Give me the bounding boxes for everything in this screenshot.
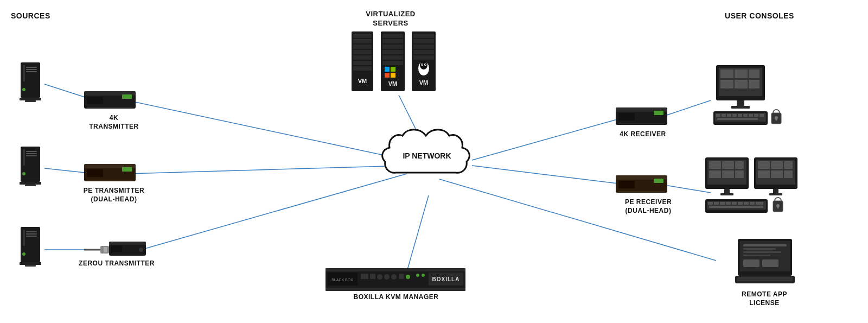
svg-rect-164 (743, 248, 776, 250)
svg-rect-120 (754, 114, 758, 117)
svg-rect-181 (399, 274, 404, 279)
console-monitor-1 (711, 65, 792, 138)
svg-rect-109 (737, 100, 744, 106)
svg-text:VM: VM (358, 78, 367, 84)
svg-rect-73 (391, 67, 395, 72)
svg-rect-98 (618, 181, 635, 188)
svg-rect-107 (735, 80, 748, 88)
svg-rect-173 (326, 288, 465, 291)
source-computer-1 (16, 62, 44, 108)
svg-rect-128 (709, 161, 721, 169)
svg-rect-110 (731, 106, 750, 109)
svg-rect-49 (104, 247, 107, 252)
ip-network-cloud: IP NETWORK (380, 125, 475, 211)
svg-rect-24 (26, 151, 37, 152)
svg-rect-20 (20, 98, 41, 100)
svg-rect-154 (744, 202, 749, 205)
virtualized-servers-label: VIRTUALIZED SERVERS (347, 10, 434, 28)
boxilla-kvm: BLACK BOX BOXILLA (326, 268, 467, 293)
svg-rect-74 (385, 73, 390, 78)
svg-rect-70 (382, 55, 403, 60)
svg-rect-168 (762, 259, 778, 267)
svg-rect-152 (732, 202, 737, 205)
svg-rect-94 (654, 111, 663, 115)
svg-line-8 (472, 166, 627, 185)
svg-rect-151 (726, 202, 731, 205)
svg-point-182 (406, 275, 410, 279)
svg-rect-66 (382, 34, 403, 38)
svg-rect-160 (777, 206, 779, 208)
svg-rect-153 (738, 202, 743, 205)
svg-rect-125 (776, 118, 777, 121)
transmitter-pe (84, 164, 138, 187)
server-rack-1: VM (349, 31, 376, 96)
svg-rect-58 (353, 50, 372, 54)
transmitter-pe-label: PE TRANSMITTER (DUAL-HEAD) (79, 187, 149, 204)
svg-rect-148 (708, 202, 713, 205)
svg-rect-167 (743, 259, 760, 267)
svg-rect-72 (385, 67, 390, 72)
svg-rect-165 (743, 251, 781, 253)
source-computer-3 (16, 227, 44, 273)
remote-app-label: REMOTE APP LICENSE (732, 290, 797, 307)
svg-point-52 (139, 248, 143, 252)
svg-rect-41 (122, 94, 132, 99)
svg-text:VM: VM (388, 80, 398, 87)
svg-point-84 (420, 61, 427, 69)
svg-rect-114 (722, 114, 726, 117)
svg-rect-82 (413, 55, 434, 60)
svg-rect-117 (738, 114, 742, 117)
svg-point-179 (384, 274, 390, 280)
svg-rect-166 (743, 255, 770, 256)
svg-rect-170 (737, 277, 793, 281)
transmitter-4k-label: 4K TRANSMITTER (84, 114, 144, 131)
svg-text:IP NETWORK: IP NETWORK (403, 151, 451, 160)
svg-rect-93 (618, 113, 635, 121)
svg-rect-132 (722, 170, 734, 178)
svg-text:VM: VM (419, 79, 429, 86)
receiver-4k-label: 4K RECEIVER (616, 130, 670, 139)
svg-rect-140 (784, 161, 793, 169)
svg-rect-106 (720, 80, 733, 88)
svg-rect-71 (382, 61, 403, 65)
sources-label: SOURCES (11, 11, 50, 21)
svg-rect-145 (769, 193, 782, 195)
svg-rect-33 (26, 233, 37, 235)
svg-rect-113 (716, 114, 720, 117)
remote-app-laptop (735, 239, 795, 290)
console-monitor-2 (703, 157, 811, 230)
transmitter-4k (84, 91, 138, 114)
svg-line-1 (127, 100, 407, 160)
svg-rect-37 (25, 265, 36, 267)
svg-rect-36 (20, 262, 41, 265)
svg-rect-75 (391, 73, 395, 78)
svg-rect-34 (26, 236, 37, 237)
svg-rect-21 (25, 100, 36, 102)
svg-rect-59 (353, 55, 372, 60)
diagram: SOURCES (0, 0, 868, 323)
svg-rect-177 (370, 274, 375, 279)
svg-rect-149 (714, 202, 719, 205)
svg-rect-133 (735, 170, 744, 178)
svg-rect-176 (361, 274, 368, 279)
svg-point-178 (377, 274, 382, 280)
svg-rect-40 (87, 97, 103, 104)
svg-rect-31 (23, 230, 25, 246)
svg-rect-26 (26, 155, 37, 156)
svg-rect-69 (382, 50, 403, 54)
svg-rect-16 (26, 67, 37, 68)
svg-line-7 (472, 117, 627, 160)
svg-rect-130 (735, 161, 744, 169)
svg-point-184 (422, 274, 425, 277)
svg-rect-104 (735, 69, 748, 78)
svg-rect-23 (23, 149, 25, 166)
svg-rect-141 (758, 170, 770, 178)
svg-line-5 (141, 174, 407, 250)
svg-rect-150 (720, 202, 725, 205)
receiver-pe-label: PE RECEIVER (DUAL-HEAD) (613, 198, 684, 215)
boxilla-label: BOXILLA KVM MANAGER (339, 293, 453, 302)
svg-rect-78 (413, 34, 434, 38)
svg-point-183 (416, 274, 419, 277)
svg-rect-108 (749, 80, 760, 88)
svg-rect-46 (122, 167, 132, 172)
